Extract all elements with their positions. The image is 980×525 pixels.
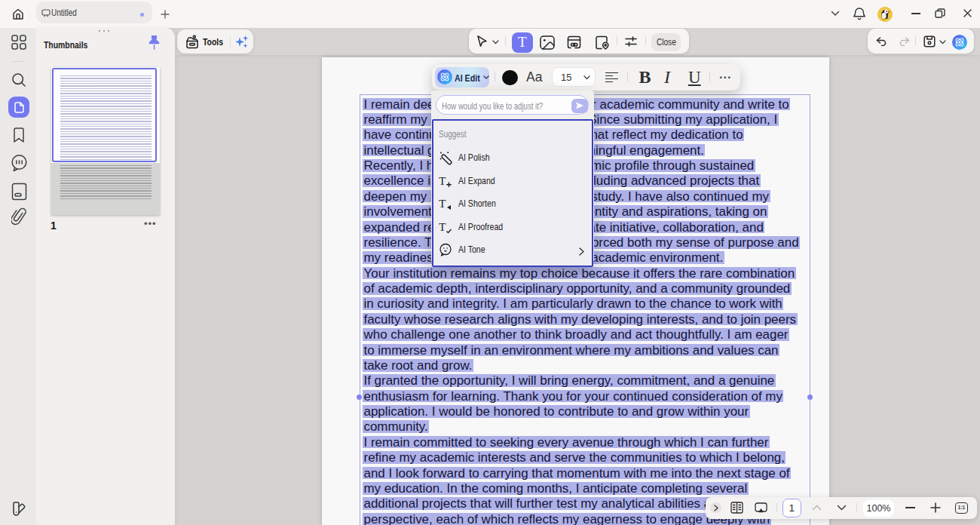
svg-text:T: T [439,174,446,187]
svg-text:T: T [439,220,446,233]
svg-text:T: T [439,197,446,210]
